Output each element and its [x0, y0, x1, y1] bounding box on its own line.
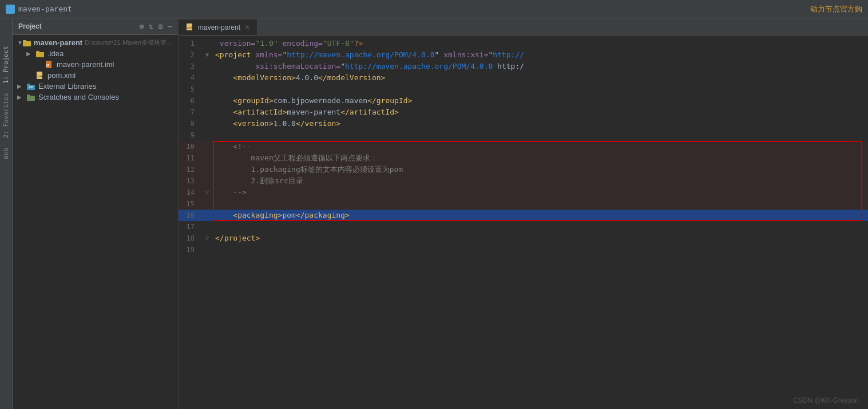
line-content: xsi:schemaLocation="http://maven.apache.…	[213, 61, 868, 72]
ext-libs-label: External Libraries	[38, 82, 96, 91]
folder-icon	[23, 40, 31, 46]
tree-idea-folder[interactable]: ▶ .idea	[13, 48, 178, 59]
sidebar-tools: ⊕ ⇅ ⚙ −	[139, 22, 172, 31]
line-number: 19	[179, 244, 201, 255]
line-content: <packaging>pom</packaging>	[213, 210, 868, 221]
line-number: 11	[179, 152, 201, 164]
line-number: 7	[179, 107, 201, 118]
tab-close-icon[interactable]: ✕	[245, 24, 249, 30]
close-sidebar-icon[interactable]: −	[168, 22, 172, 31]
settings-icon[interactable]: ⚙	[158, 22, 162, 31]
app-icon	[6, 5, 15, 14]
line-number: 14	[179, 187, 201, 198]
line-number: 13	[179, 175, 201, 187]
line-gutter: ▼	[201, 49, 213, 61]
line-content: <artifactId>maven-parent</artifactId>	[213, 107, 868, 118]
editor-tab-pom[interactable]: xml maven-parent ✕	[179, 19, 258, 35]
svg-text:xml: xml	[187, 26, 192, 29]
line-number: 3	[179, 61, 201, 72]
svg-rect-2	[23, 41, 31, 46]
title-bar: maven-parent 动力节点官方购	[0, 0, 868, 18]
code-line-8: 8 <version>1.0.0</version>	[179, 118, 868, 129]
line-content: 2.删除src目录	[213, 175, 868, 187]
svg-rect-14	[27, 96, 35, 101]
code-line-11: 11 maven父工程必须遵循以下两点要求：	[179, 152, 868, 164]
line-number: 1	[179, 38, 201, 49]
vtab-project[interactable]: 1: Project	[1, 41, 11, 88]
collapse-icon[interactable]: ⇅	[149, 22, 153, 31]
watermark: CSDN @KK-Greyson	[793, 396, 859, 404]
root-name: maven-parent	[34, 38, 82, 47]
line-number: 5	[179, 84, 201, 95]
vtab-favorites[interactable]: 2: Favorites	[1, 88, 11, 143]
sidebar-title: Project	[18, 22, 42, 30]
line-content: </project>	[213, 233, 868, 244]
code-line-2: 2▼<project xmlns="http://maven.apache.or…	[179, 49, 868, 61]
title-bar-brand: 动力节点官方购	[810, 4, 862, 14]
line-number: 17	[179, 221, 201, 233]
code-line-9: 9	[179, 129, 868, 141]
code-line-15: 15	[179, 198, 868, 210]
code-line-19: 19	[179, 244, 868, 255]
editor-area: xml maven-parent ✕ 1 version="1.0" encod…	[179, 18, 868, 409]
tab-label: maven-parent	[198, 23, 240, 32]
tree-root[interactable]: ▼ maven-parent D:\course\21-Maven多模块管理\c…	[13, 37, 178, 48]
code-line-7: 7 <artifactId>maven-parent</artifactId>	[179, 107, 868, 118]
idea-folder-label: .idea	[47, 49, 64, 58]
tree-iml-file[interactable]: M maven-parent.iml	[13, 59, 178, 70]
code-line-13: 13 2.删除src目录	[179, 175, 868, 187]
line-content: version="1.0" encoding="UTF-8"?>	[213, 38, 868, 49]
code-line-17: 17	[179, 221, 868, 233]
locate-icon[interactable]: ⊕	[139, 22, 144, 31]
pom-file-icon: xml	[35, 72, 45, 79]
code-line-3: 3 xsi:schemaLocation="http://maven.apach…	[179, 61, 868, 72]
idea-folder-icon	[35, 50, 45, 57]
code-lines: 1 version="1.0" encoding="UTF-8"?>2▼<pro…	[179, 38, 868, 255]
tab-xml-icon: xml	[187, 23, 193, 32]
svg-rect-12	[29, 86, 33, 87]
sidebar-header: Project ⊕ ⇅ ⚙ −	[13, 18, 178, 35]
tree-pom-file[interactable]: xml pom.xml	[13, 70, 178, 81]
line-number: 16	[179, 210, 201, 221]
code-line-12: 12 1.packaging标签的文本内容必须设置为pom	[179, 164, 868, 175]
sidebar: Project ⊕ ⇅ ⚙ − ▼	[13, 18, 179, 409]
line-number: 4	[179, 72, 201, 84]
line-content: -->	[213, 187, 868, 198]
code-line-1: 1 version="1.0" encoding="UTF-8"?>	[179, 38, 868, 49]
svg-rect-4	[36, 52, 44, 57]
vtab-web[interactable]: Web	[1, 143, 11, 164]
line-number: 8	[179, 118, 201, 129]
line-content: <!--	[213, 141, 868, 152]
code-line-10: 10 <!--	[179, 141, 868, 152]
line-content: <modelVersion>4.0.0</modelVersion>	[213, 72, 868, 84]
left-tabs: 1: Project 2: Favorites Web	[0, 18, 13, 409]
line-content: <groupId>com.bjpowernode.maven</groupId>	[213, 95, 868, 107]
code-line-5: 5	[179, 84, 868, 95]
svg-rect-0	[7, 6, 14, 11]
ext-libs-icon	[26, 83, 35, 90]
code-line-14: 14▽ -->	[179, 187, 868, 198]
iml-file-icon: M	[45, 61, 54, 68]
svg-rect-11	[27, 84, 30, 85]
tree-scratches[interactable]: ▶ Scratches and Consoles	[13, 92, 178, 103]
line-content: <version>1.0.0</version>	[213, 118, 868, 129]
line-number: 18	[179, 233, 201, 244]
code-line-18: 18▽</project>	[179, 233, 868, 244]
line-content: 1.packaging标签的文本内容必须设置为pom	[213, 164, 868, 175]
code-line-16: 16 <packaging>pom</packaging>	[179, 210, 868, 221]
root-path: D:\course\21-Maven多模块管理\code-18\maven-pa…	[85, 38, 178, 47]
pom-label: pom.xml	[47, 71, 76, 80]
line-content: <project xmlns="http://maven.apache.org/…	[213, 49, 868, 61]
code-line-4: 4 <modelVersion>4.0.0</modelVersion>	[179, 72, 868, 84]
sidebar-content: ▼ maven-parent D:\course\21-Maven多模块管理\c…	[13, 35, 178, 409]
tree-ext-libs[interactable]: ▶ External Libraries	[13, 81, 178, 92]
line-number: 9	[179, 129, 201, 141]
svg-rect-1	[8, 11, 13, 12]
main-container: 1: Project 2: Favorites Web Project ⊕ ⇅ …	[0, 18, 868, 409]
editor-content[interactable]: 1 version="1.0" encoding="UTF-8"?>2▼<pro…	[179, 36, 868, 409]
svg-rect-13	[29, 87, 33, 88]
svg-rect-15	[27, 95, 30, 96]
line-number: 10	[179, 141, 201, 152]
svg-rect-3	[23, 40, 26, 42]
code-line-6: 6 <groupId>com.bjpowernode.maven</groupI…	[179, 95, 868, 107]
